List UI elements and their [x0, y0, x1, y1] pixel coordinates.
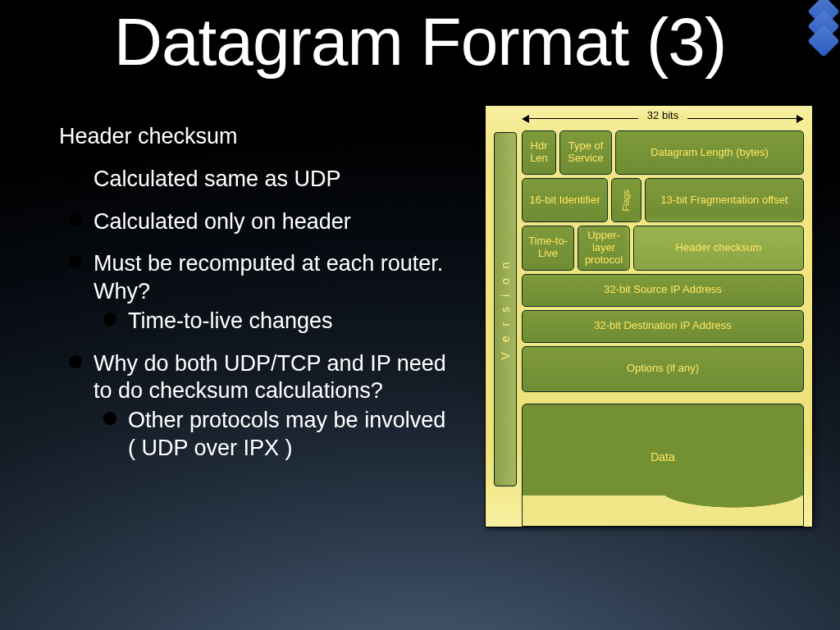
torn-edge-icon	[522, 495, 804, 527]
data-label: Data	[523, 450, 803, 463]
bullet-l2a: Calculated same as UDP	[94, 166, 341, 194]
header-row-1: Hdr Len Type of Service Datagram Length …	[522, 130, 804, 175]
bullet-l2c: Must be recomputed at each router. Why?	[94, 250, 453, 306]
cell-options: Options (if any)	[522, 346, 804, 392]
header-row-6: Options (if any)	[522, 346, 804, 392]
cell-tos: Type of Service	[559, 130, 612, 175]
bullet-icon	[69, 213, 82, 226]
cell-data: Data	[522, 404, 804, 527]
bullet-icon	[69, 255, 82, 268]
bullet-icon	[34, 128, 48, 141]
header-row-5: 32-bit Destination IP Address	[522, 310, 804, 343]
width-label: 32 bits	[638, 109, 687, 121]
bullet-icon	[103, 313, 116, 326]
bullet-l1: Header checksum	[59, 123, 238, 151]
corner-logo	[812, 0, 835, 52]
bullet-l3a: Time-to-live changes	[128, 308, 333, 336]
bullet-icon	[69, 171, 82, 184]
header-row-4: 32-bit Source IP Address	[522, 274, 804, 307]
version-band: V e r s i o n	[494, 132, 517, 486]
header-row-3: Time-to-Live Upper-layer protocol Header…	[522, 226, 804, 271]
arrow-right-icon	[797, 115, 804, 123]
bullet-l2b: Calculated only on header	[94, 208, 351, 236]
arrow-left-icon	[522, 115, 529, 123]
cell-identifier: 16-bit Identifier	[522, 178, 608, 222]
cell-hdrlen: Hdr Len	[522, 130, 556, 175]
cell-frag-offset: 13-bit Fragmentation offset	[645, 178, 804, 222]
width-indicator: 32 bits	[522, 109, 804, 126]
cell-header-checksum: Header checksum	[633, 226, 804, 271]
cell-src-ip: 32-bit Source IP Address	[522, 274, 804, 307]
cell-ttl: Time-to-Live	[522, 226, 574, 271]
header-row-2: 16-bit Identifier Flags 13-bit Fragmenta…	[522, 178, 804, 222]
ip-header-diagram: 32 bits V e r s i o n Hdr Len Type of Se…	[485, 105, 813, 527]
bullet-l3b: Other protocols may be involved ( UDP ov…	[128, 407, 453, 463]
version-label: V e r s i o n	[499, 259, 512, 360]
cell-datagram-length: Datagram Length (bytes)	[615, 130, 804, 175]
bullet-l2d: Why do both UDP/TCP and IP need to do ch…	[94, 350, 453, 406]
cell-flags: Flags	[611, 178, 641, 222]
bullet-icon	[103, 412, 116, 425]
cell-dst-ip: 32-bit Destination IP Address	[522, 310, 804, 343]
bullet-list: Header checksum Calculated same as UDP C…	[34, 123, 453, 474]
cell-proto: Upper-layer protocol	[578, 226, 630, 271]
bullet-icon	[69, 355, 82, 368]
slide-title: Datagram Format (3)	[0, 0, 840, 80]
